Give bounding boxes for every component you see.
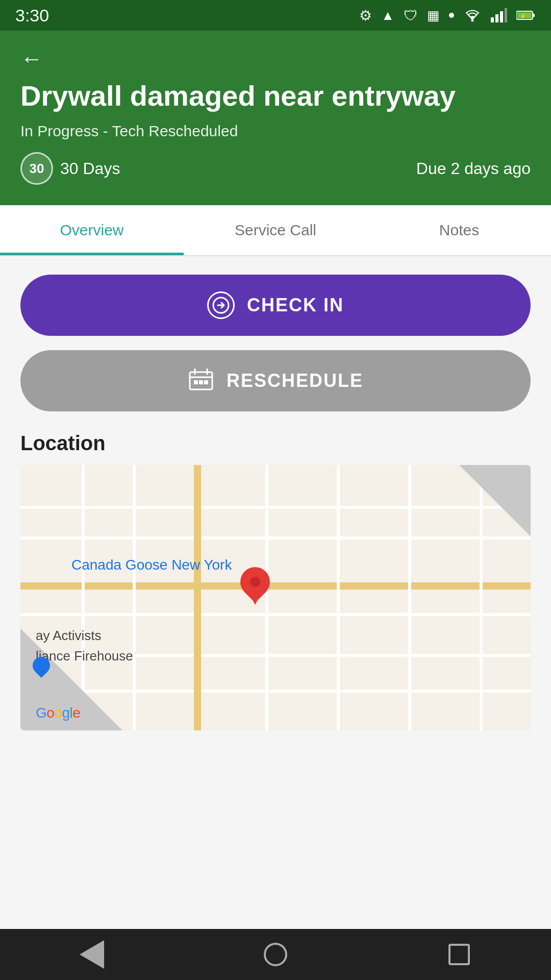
road-h3 [20,582,531,590]
due-text: Due 2 days ago [416,159,531,178]
settings-icon: ⚙ [359,7,372,24]
header: ← Drywall damaged near entryway In Progr… [0,31,551,205]
dot-icon [449,13,454,18]
google-g: G [36,705,46,721]
svg-rect-3 [500,11,503,22]
check-in-button[interactable]: CHECK IN [20,275,531,336]
clipboard-icon: ▦ [427,8,440,23]
nav-back-button[interactable] [77,939,107,970]
map-location-label: Canada Goose New York [71,557,232,573]
google-o1: o [46,705,54,721]
battery-icon: ⚡ [516,9,536,21]
wifi-icon [463,8,482,22]
road-v6 [408,465,411,730]
street-label-2: liance Firehouse [36,648,133,664]
nav-recent-button[interactable] [444,939,474,970]
map-decoration-tr [459,465,531,536]
road-v2 [133,465,136,730]
days-label: 30 Days [60,159,120,178]
tab-overview[interactable]: Overview [0,205,184,255]
svg-rect-1 [491,17,494,22]
svg-rect-4 [505,8,507,22]
svg-point-0 [471,19,474,22]
checkin-icon [207,291,235,319]
svg-text:⚡: ⚡ [520,13,527,19]
days-badge: 30 30 Days [20,152,120,185]
street-label-1: ay Activists [36,628,102,644]
map-pin-small [33,657,50,674]
google-g2: g [62,705,69,721]
status-icons: ⚙ ▲ 🛡 ▦ ⚡ [359,7,536,24]
badge-number: 30 [20,152,53,185]
road-v5 [337,465,340,730]
header-meta: 30 30 Days Due 2 days ago [20,152,531,185]
pin-small-head [29,653,54,678]
tab-service-call[interactable]: Service Call [184,205,367,255]
pin-head [234,561,276,603]
map-pin [240,567,270,605]
location-section-label: Location [20,432,531,455]
road-v3 [194,465,201,730]
location-icon: ▲ [381,8,394,23]
back-button[interactable]: ← [20,46,43,71]
signal-icon [491,8,507,22]
map-container[interactable]: Canada Goose New York ay Activists lianc… [20,465,531,730]
svg-rect-13 [204,380,208,384]
back-triangle-icon [80,940,104,969]
check-in-label: CHECK IN [247,295,344,316]
status-time: 3:30 [15,6,49,26]
reschedule-button[interactable]: RESCHEDULE [20,350,531,411]
status-bar: 3:30 ⚙ ▲ 🛡 ▦ ⚡ [0,0,551,31]
road-h4 [20,613,531,616]
svg-rect-11 [194,380,198,384]
nav-bar [0,929,551,980]
content-area: CHECK IN RESCHEDULE Location [0,256,551,749]
google-e: e [72,705,80,721]
google-logo: G o o g l e [36,705,80,721]
page-title: Drywall damaged near entryway [20,80,531,112]
map-view: Canada Goose New York ay Activists lianc… [20,465,531,730]
status-text: In Progress - Tech Rescheduled [20,122,531,140]
tab-notes[interactable]: Notes [367,205,551,255]
reschedule-label: RESCHEDULE [227,370,363,391]
recent-square-icon [448,944,470,965]
home-circle-icon [264,943,287,966]
svg-rect-2 [495,14,498,22]
svg-rect-6 [533,14,535,17]
tabs-container: Overview Service Call Notes [0,205,551,256]
road-h2 [20,536,531,540]
google-o2: o [54,705,62,721]
reschedule-icon [188,367,214,395]
nav-home-button[interactable] [260,939,291,970]
shield-icon: 🛡 [404,7,418,24]
svg-rect-12 [199,380,203,384]
road-h1 [20,506,531,509]
